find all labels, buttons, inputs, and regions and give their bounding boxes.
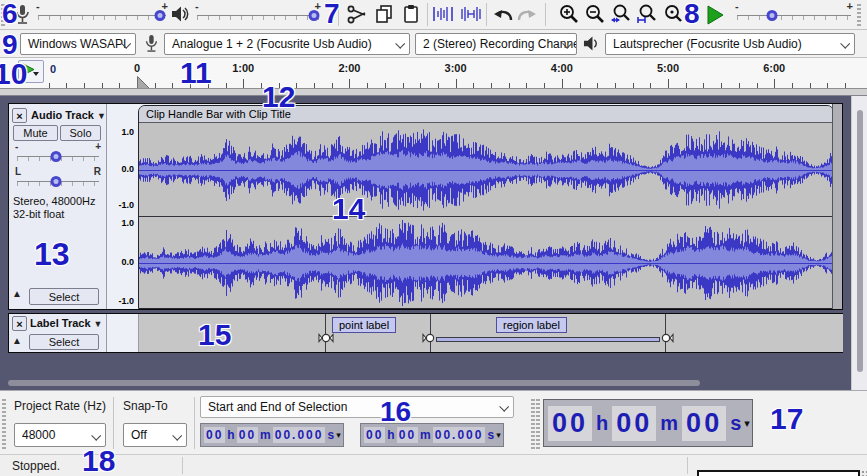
- paste-button[interactable]: [398, 1, 424, 27]
- playback-device-icon: [583, 35, 601, 52]
- cut-button[interactable]: [344, 1, 370, 27]
- copy-button[interactable]: [371, 1, 397, 27]
- audio-host-value: Windows WASAPI: [28, 37, 126, 51]
- waveform-channel-right[interactable]: [139, 217, 833, 309]
- zoom-toggle-icon: [662, 3, 684, 25]
- region-start-handle-icon[interactable]: [422, 330, 438, 346]
- microphone-icon: [13, 4, 31, 25]
- recording-device-dropdown[interactable]: Analogue 1 + 2 (Focusrite Usb Audio): [164, 33, 410, 55]
- selection-start-time[interactable]: 00h00m00.000s▾: [200, 423, 344, 447]
- slider-thumb[interactable]: [154, 10, 165, 21]
- track-menu-icon: ▼: [94, 319, 103, 329]
- toolbar-grabber[interactable]: [531, 397, 535, 449]
- track-title[interactable]: Audio Track ▼: [31, 109, 106, 121]
- track-bitdepth-info: 32-bit float: [13, 208, 64, 220]
- ruler-origin-label: 0: [50, 63, 56, 75]
- chevron-down-icon: [499, 402, 509, 412]
- pan-thumb[interactable]: [51, 176, 62, 187]
- fit-selection-button[interactable]: [608, 1, 634, 27]
- track-menu-icon: ▼: [97, 111, 106, 121]
- collapse-track-icon[interactable]: ▲: [12, 335, 22, 346]
- recording-device-icon: [143, 34, 159, 53]
- timeline-options-button[interactable]: [18, 60, 44, 83]
- track-select-button[interactable]: Select: [29, 288, 99, 305]
- clip-handle-bar[interactable]: Clip Handle Bar with Clip Title: [139, 106, 833, 123]
- horizontal-scrollbar-thumb[interactable]: [8, 380, 700, 386]
- mute-button[interactable]: Mute: [13, 125, 58, 141]
- slider-max-label: +: [847, 0, 853, 12]
- pan-slider[interactable]: L R: [17, 168, 99, 190]
- zoom-in-icon: [558, 3, 580, 25]
- slider-min-label: -: [195, 0, 199, 12]
- close-track-button[interactable]: ×: [12, 108, 27, 123]
- undo-button[interactable]: [490, 1, 516, 27]
- timeline-play-icon: [19, 61, 41, 80]
- region-label-bar[interactable]: [436, 337, 660, 342]
- audio-host-dropdown[interactable]: Windows WASAPI: [20, 33, 136, 55]
- selection-mode-dropdown[interactable]: Start and End of Selection: [200, 396, 514, 418]
- copy-icon: [374, 4, 394, 24]
- solo-button[interactable]: Solo: [60, 125, 101, 141]
- track-title[interactable]: Label Track ▼: [30, 317, 103, 329]
- audio-position-time[interactable]: 00h00m00s▾: [543, 399, 753, 447]
- zoom-toggle-button[interactable]: [660, 1, 686, 27]
- label-track: × Label Track ▼ ▲ Select point label reg…: [8, 313, 843, 353]
- bottom-toolbars: Project Rate (Hz) 48000 Snap-To Off Star…: [0, 390, 867, 454]
- gain-slider[interactable]: - +: [17, 143, 99, 165]
- scale-label: 0.0: [121, 164, 134, 174]
- redo-button[interactable]: [514, 1, 540, 27]
- recording-volume-slider[interactable]: - +: [38, 2, 166, 26]
- silence-audio-button[interactable]: [458, 1, 484, 27]
- region-label[interactable]: region label: [496, 317, 567, 333]
- playback-volume-slider[interactable]: - +: [197, 2, 319, 26]
- device-toolbar: Windows WASAPI Analogue 1 + 2 (Focusrite…: [0, 30, 867, 58]
- undo-icon: [492, 5, 514, 23]
- zoom-in-button[interactable]: [556, 1, 582, 27]
- toolbar-grabber[interactable]: [536, 397, 540, 449]
- project-rate-label: Project Rate (Hz): [14, 399, 106, 413]
- close-track-button[interactable]: ×: [12, 316, 27, 331]
- gain-thumb[interactable]: [51, 151, 62, 162]
- audacity-window: - + - +: [0, 0, 867, 476]
- region-end-handle-icon[interactable]: [658, 330, 674, 346]
- track-area: × Audio Track ▼ Mute Solo - + L R Stereo…: [0, 96, 867, 390]
- play-button[interactable]: [702, 2, 728, 28]
- slider-thumb[interactable]: [309, 10, 320, 21]
- slider-min-label: -: [36, 0, 40, 12]
- timeline-ruler[interactable]: 0 01:002:003:004:005:006:00: [0, 58, 867, 88]
- scissors-icon: [347, 4, 367, 24]
- label-track-content[interactable]: point label region label: [138, 314, 843, 352]
- empty-track-area[interactable]: [832, 104, 842, 309]
- track-select-button[interactable]: Select: [29, 334, 99, 350]
- playback-device-dropdown[interactable]: Lautsprecher (Focusrite Usb Audio): [605, 33, 855, 55]
- point-label[interactable]: point label: [332, 317, 396, 333]
- audio-clip[interactable]: Clip Handle Bar with Clip Title: [138, 105, 834, 309]
- slider-thumb[interactable]: [767, 10, 778, 21]
- waveform-channel-left[interactable]: [139, 124, 833, 216]
- toolbar-grabber[interactable]: [857, 3, 861, 26]
- clip-title: Clip Handle Bar with Clip Title: [146, 108, 291, 120]
- collapse-track-icon[interactable]: ▲: [12, 288, 22, 299]
- slider-ticks: [38, 16, 166, 20]
- project-rate-value: 48000: [22, 428, 55, 442]
- vertical-scale-ruler[interactable]: 1.0 0.0 -1.0 1.0 0.0 -1.0: [107, 104, 138, 309]
- status-divider: [182, 457, 183, 474]
- recording-channels-dropdown[interactable]: 2 (Stereo) Recording Channels: [415, 33, 577, 55]
- zoom-out-button[interactable]: [582, 1, 608, 27]
- trim-audio-button[interactable]: [430, 1, 456, 27]
- close-icon: ×: [16, 318, 22, 330]
- scrub-bar[interactable]: [0, 88, 867, 96]
- fit-project-button[interactable]: [634, 1, 660, 27]
- window-resize-grip[interactable]: [862, 471, 864, 473]
- vertical-scrollbar-thumb[interactable]: [857, 110, 863, 372]
- selection-end-time[interactable]: 00h00m00.000s▾: [360, 423, 504, 447]
- project-rate-dropdown[interactable]: 48000: [14, 423, 106, 447]
- label-track-spacer: [107, 314, 138, 352]
- toolbar-grabber[interactable]: [2, 397, 6, 449]
- toolbar-grabber[interactable]: [1, 3, 5, 26]
- play-at-speed-slider[interactable]: - +: [737, 2, 851, 26]
- snap-to-dropdown[interactable]: Off: [123, 423, 187, 447]
- vertical-scrollbar[interactable]: [851, 96, 867, 390]
- fit-selection-icon: [610, 3, 632, 25]
- chevron-down-icon: [172, 431, 182, 441]
